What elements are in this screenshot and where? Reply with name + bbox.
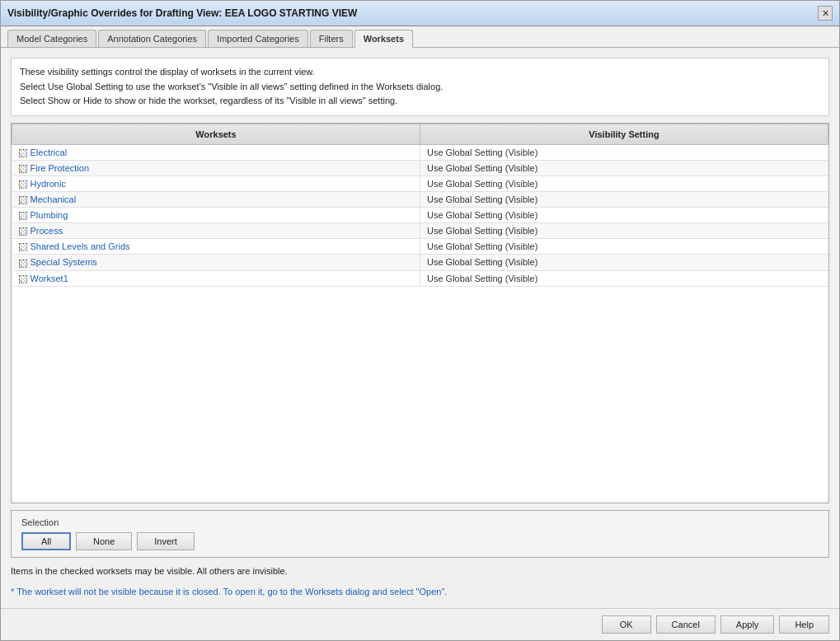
workset-visibility-cell[interactable]: Use Global Setting (Visible) — [420, 192, 828, 208]
ok-button[interactable]: OK — [602, 615, 651, 634]
row-dotted-icon — [19, 260, 27, 268]
row-dotted-icon — [19, 180, 27, 189]
description-line1: These visibility settings control the di… — [20, 65, 820, 80]
workset-visibility-cell[interactable]: Use Global Setting (Visible) — [420, 223, 828, 239]
workset-name-cell: Workset1 — [12, 270, 420, 286]
row-dotted-icon — [19, 165, 27, 173]
tabs-bar: Model Categories Annotation Categories I… — [1, 26, 839, 48]
workset-name-cell: Fire Protection — [12, 160, 420, 175]
table-row[interactable]: HydronicUse Global Setting (Visible) — [12, 175, 828, 191]
close-button[interactable]: ✕ — [818, 6, 833, 21]
workset-visibility-cell[interactable]: Use Global Setting (Visible) — [420, 208, 828, 223]
workset-visibility-cell[interactable]: Use Global Setting (Visible) — [420, 255, 828, 270]
table-row[interactable]: Shared Levels and GridsUse Global Settin… — [12, 239, 828, 255]
worksets-table-wrapper[interactable]: Worksets Visibility Setting ElectricalUs… — [11, 123, 829, 503]
row-dotted-icon — [19, 196, 27, 204]
footer-note-1: Items in the checked worksets may be vis… — [11, 564, 829, 578]
table-row[interactable]: ElectricalUse Global Setting (Visible) — [12, 144, 828, 160]
table-row[interactable]: ProcessUse Global Setting (Visible) — [12, 223, 828, 239]
workset-visibility-cell[interactable]: Use Global Setting (Visible) — [420, 144, 828, 160]
workset-name-cell: Electrical — [12, 144, 420, 160]
workset-name-cell: Process — [12, 223, 420, 239]
bottom-buttons-bar: OK Cancel Apply Help — [1, 608, 839, 640]
col-header-worksets: Worksets — [12, 124, 420, 144]
workset-name-cell: Hydronic — [12, 175, 420, 191]
selection-buttons: All None Invert — [21, 532, 819, 550]
row-dotted-icon — [19, 227, 27, 236]
table-row[interactable]: Fire ProtectionUse Global Setting (Visib… — [12, 160, 828, 175]
help-button[interactable]: Help — [779, 615, 829, 634]
workset-visibility-cell[interactable]: Use Global Setting (Visible) — [420, 175, 828, 191]
row-dotted-icon — [19, 212, 27, 220]
selection-label: Selection — [21, 517, 819, 527]
row-dotted-icon — [19, 149, 27, 157]
col-header-visibility: Visibility Setting — [420, 124, 828, 144]
workset-visibility-cell[interactable]: Use Global Setting (Visible) — [420, 270, 828, 286]
worksets-table: Worksets Visibility Setting ElectricalUs… — [12, 124, 828, 287]
row-dotted-icon — [19, 243, 27, 251]
workset-visibility-cell[interactable]: Use Global Setting (Visible) — [420, 239, 828, 255]
row-dotted-icon — [19, 275, 27, 283]
selection-invert-button[interactable]: Invert — [137, 532, 195, 550]
description-box: These visibility settings control the di… — [11, 58, 829, 116]
window-title: Visibility/Graphic Overrides for Draftin… — [7, 7, 357, 19]
workset-visibility-cell[interactable]: Use Global Setting (Visible) — [420, 160, 828, 175]
tab-filters[interactable]: Filters — [310, 30, 353, 47]
main-window: Visibility/Graphic Overrides for Draftin… — [0, 0, 840, 641]
table-row[interactable]: Special SystemsUse Global Setting (Visib… — [12, 255, 828, 270]
selection-none-button[interactable]: None — [76, 532, 132, 550]
selection-all-button[interactable]: All — [21, 532, 71, 550]
description-line3: Select Show or Hide to show or hide the … — [20, 94, 820, 109]
tab-worksets[interactable]: Worksets — [354, 30, 413, 48]
workset-name-cell: Shared Levels and Grids — [12, 239, 420, 255]
cancel-button[interactable]: Cancel — [656, 615, 716, 634]
content-area: These visibility settings control the di… — [1, 48, 839, 608]
table-row[interactable]: MechanicalUse Global Setting (Visible) — [12, 192, 828, 208]
table-row[interactable]: Workset1Use Global Setting (Visible) — [12, 270, 828, 286]
selection-box: Selection All None Invert — [11, 510, 829, 558]
workset-name-cell: Special Systems — [12, 255, 420, 270]
workset-name-cell: Mechanical — [12, 192, 420, 208]
workset-name-cell: Plumbing — [12, 208, 420, 223]
tab-annotation-categories[interactable]: Annotation Categories — [98, 30, 206, 47]
tab-imported-categories[interactable]: Imported Categories — [208, 30, 308, 47]
footer-note-2: * The workset will not be visible becaus… — [11, 585, 829, 599]
description-line2: Select Use Global Setting to use the wor… — [20, 80, 820, 95]
apply-button[interactable]: Apply — [720, 615, 775, 634]
title-bar: Visibility/Graphic Overrides for Draftin… — [1, 1, 839, 26]
tab-model-categories[interactable]: Model Categories — [7, 30, 96, 47]
table-row[interactable]: PlumbingUse Global Setting (Visible) — [12, 208, 828, 223]
